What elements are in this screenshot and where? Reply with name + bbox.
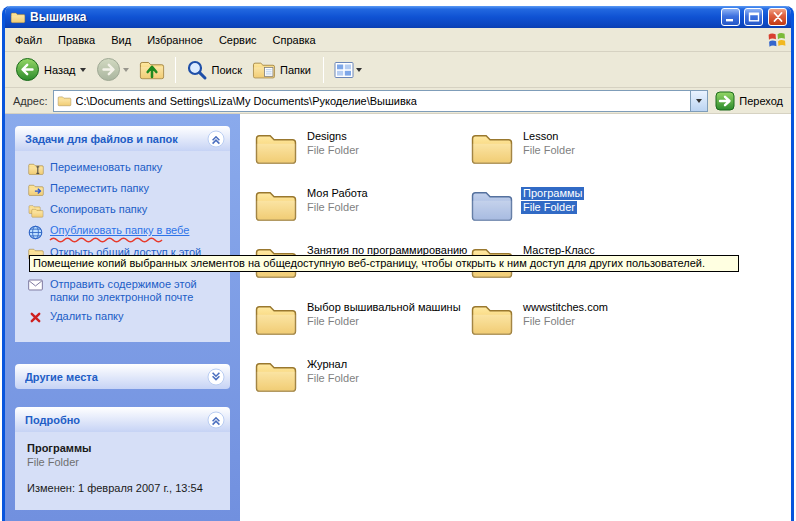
search-icon	[186, 59, 208, 81]
go-button[interactable]: Переход	[713, 91, 785, 111]
task-move-folder[interactable]: Переместить папку	[27, 182, 224, 197]
back-dropdown-arrow[interactable]	[80, 68, 86, 72]
file-name: Программы	[521, 187, 584, 200]
file-item-5[interactable]: Занятия по программированиюFile Folder	[254, 244, 470, 301]
file-label: DesignsFile Folder	[305, 130, 361, 157]
close-button[interactable]	[768, 8, 787, 26]
address-bar: Адрес: C:\Documents and Settings\Liza\My…	[5, 88, 791, 114]
file-list-area[interactable]: DesignsFile FolderLessonFile FolderМоя Р…	[240, 114, 791, 521]
details-body: Программы File Folder Изменен: 1 февраля…	[15, 432, 230, 510]
minimize-button[interactable]	[721, 8, 740, 26]
folders-icon	[252, 60, 276, 80]
tooltip: Помещение копий выбранных элементов на о…	[29, 255, 739, 272]
windows-logo-icon	[763, 30, 791, 50]
details-panel: Подробно Программы File Folder Изменен: …	[15, 407, 230, 510]
menu-file[interactable]: Файл	[7, 29, 50, 51]
file-tasks-panel: Задачи для файлов и папок Переименовать …	[15, 126, 230, 342]
folder-icon	[470, 187, 514, 224]
menu-tools[interactable]: Сервис	[211, 29, 265, 51]
menu-favorites[interactable]: Избранное	[139, 29, 211, 51]
file-name: Lesson	[521, 130, 560, 143]
file-type: File Folder	[305, 315, 361, 328]
title-bar[interactable]: Вышивка	[5, 6, 791, 28]
chevron-down-icon[interactable]	[207, 368, 225, 386]
address-dropdown-arrow	[696, 99, 702, 103]
views-button[interactable]	[330, 59, 368, 81]
up-button[interactable]	[135, 57, 169, 83]
address-label: Адрес:	[13, 95, 48, 107]
go-icon	[715, 91, 735, 111]
file-item-3[interactable]: Моя РаботаFile Folder	[254, 187, 470, 244]
up-folder-icon	[139, 59, 165, 81]
file-type: File Folder	[521, 201, 577, 214]
file-item-7[interactable]: Выбор вышивальной машиныFile Folder	[254, 301, 470, 358]
details-title: Подробно	[25, 414, 203, 426]
menu-help[interactable]: Справка	[265, 29, 324, 51]
menu-edit[interactable]: Правка	[50, 29, 103, 51]
file-tasks-list: Переименовать папкуПереместить папкуСкоп…	[15, 151, 230, 342]
file-type: File Folder	[305, 144, 361, 157]
task-label: Переименовать папку	[50, 161, 162, 174]
explorer-window: Вышивка ФайлПравкаВидИзбранноеСервисСпра…	[2, 6, 794, 521]
minimize-icon	[725, 12, 737, 22]
task-copy-folder[interactable]: Скопировать папку	[27, 203, 224, 218]
file-tasks-header[interactable]: Задачи для файлов и папок	[15, 126, 230, 151]
task-delete-folder[interactable]: Удалить папку	[27, 310, 224, 324]
menu-view[interactable]: Вид	[103, 29, 139, 51]
file-label: Выбор вышивальной машиныFile Folder	[305, 301, 463, 328]
file-item-9[interactable]: ЖурналFile Folder	[254, 358, 470, 415]
email-icon	[27, 278, 44, 291]
publish-web-icon	[27, 224, 44, 240]
address-dropdown-button[interactable]	[690, 91, 707, 111]
file-item-6[interactable]: Мастер-КлассFile Folder	[470, 244, 686, 301]
rename-folder-icon	[27, 161, 44, 176]
file-item-4[interactable]: ПрограммыFile Folder	[470, 187, 686, 244]
folders-button[interactable]: Папки	[248, 58, 317, 82]
close-icon	[772, 12, 784, 22]
chevron-up-icon[interactable]	[207, 130, 225, 148]
back-button[interactable]: Назад	[11, 55, 92, 84]
file-name: Журнал	[305, 358, 349, 371]
file-item-1[interactable]: DesignsFile Folder	[254, 130, 470, 187]
file-label: Моя РаботаFile Folder	[305, 187, 370, 214]
file-item-2[interactable]: LessonFile Folder	[470, 130, 686, 187]
file-tasks-title: Задачи для файлов и папок	[25, 133, 203, 145]
address-path[interactable]: C:\Documents and Settings\Liza\My Docume…	[76, 95, 417, 107]
task-rename-folder[interactable]: Переименовать папку	[27, 161, 224, 176]
file-label: LessonFile Folder	[521, 130, 577, 157]
forward-dropdown-arrow[interactable]	[123, 68, 129, 72]
back-icon	[15, 57, 40, 82]
file-label: wwwstitches.comFile Folder	[521, 301, 610, 328]
details-header[interactable]: Подробно	[15, 407, 230, 432]
file-type: File Folder	[305, 372, 361, 385]
other-places-title: Другие места	[25, 371, 203, 383]
window-title: Вышивка	[30, 10, 717, 24]
views-dropdown-arrow[interactable]	[356, 68, 362, 72]
folder-icon	[470, 301, 514, 338]
copy-folder-icon	[27, 203, 44, 218]
delete-icon	[27, 310, 44, 324]
address-folder-icon	[57, 95, 72, 107]
window-content: Задачи для файлов и папок Переименовать …	[5, 114, 791, 521]
folder-icon	[254, 130, 298, 167]
maximize-button[interactable]	[744, 8, 763, 26]
chevron-up-icon[interactable]	[207, 411, 225, 429]
task-email-folder[interactable]: Отправить содержимое этой папки по элект…	[27, 278, 224, 304]
task-label: Скопировать папку	[50, 203, 147, 216]
move-folder-icon	[27, 182, 44, 197]
other-places-panel: Другие места	[15, 364, 230, 389]
other-places-header[interactable]: Другие места	[15, 364, 230, 389]
details-type: File Folder	[27, 456, 222, 468]
menu-bar-items: ФайлПравкаВидИзбранноеСервисСправка	[7, 28, 324, 51]
search-button[interactable]: Поиск	[182, 57, 248, 83]
folder-icon	[470, 130, 514, 167]
task-publish-to-web[interactable]: Опубликовать папку в вебе	[27, 224, 224, 240]
file-label: ЖурналFile Folder	[305, 358, 361, 385]
file-item-8[interactable]: wwwstitches.comFile Folder	[470, 301, 686, 358]
task-pane: Задачи для файлов и папок Переименовать …	[5, 114, 240, 521]
folder-icon	[254, 187, 298, 224]
address-combo[interactable]: C:\Documents and Settings\Liza\My Docume…	[53, 90, 709, 112]
file-type: File Folder	[521, 315, 577, 328]
go-label: Переход	[739, 95, 783, 107]
forward-button[interactable]	[92, 55, 135, 84]
